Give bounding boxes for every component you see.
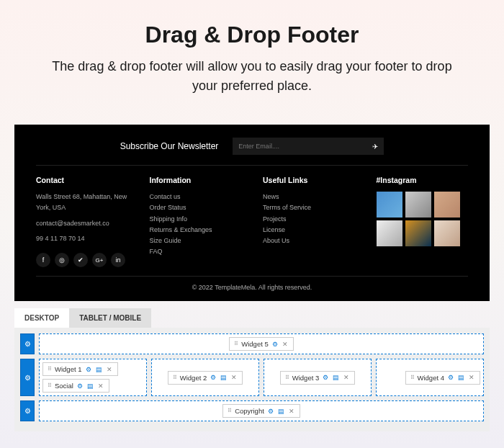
- gear-icon[interactable]: ⚙: [267, 408, 274, 415]
- instagram-title: #Instagram: [377, 176, 469, 184]
- useful-link[interactable]: About Us: [263, 236, 355, 246]
- copyright-text: © 2022 TemplateMela. All rights reserved…: [36, 276, 468, 291]
- contact-address: Walls Street 68, Mahattan, New York, USA: [36, 192, 128, 214]
- useful-link[interactable]: News: [263, 192, 355, 202]
- visibility-icon[interactable]: ▤: [277, 408, 285, 415]
- close-icon[interactable]: ✕: [288, 408, 295, 415]
- widget-4[interactable]: ⠿ Widget 4 ⚙ ▤ ✕: [405, 371, 481, 385]
- drop-cell[interactable]: ⠿ Widget 1 ⚙ ▤ ✕ ⠿ Social ⚙ ▤ ✕: [39, 359, 147, 396]
- drag-icon: ⠿: [48, 366, 52, 372]
- close-icon[interactable]: ✕: [230, 374, 238, 381]
- gear-icon[interactable]: ⚙: [76, 382, 84, 390]
- drag-icon: ⠿: [173, 375, 177, 381]
- layout-builder: DESKTOP TABLET / MOBILE ⚙ ⠿ Widget 5 ⚙ ✕…: [14, 308, 490, 431]
- newsletter-form: ✈: [233, 138, 384, 155]
- email-input[interactable]: [233, 138, 366, 154]
- paper-plane-icon: ✈: [372, 143, 378, 151]
- drag-icon: ⠿: [228, 408, 232, 414]
- row-settings-button[interactable]: ⚙: [20, 333, 35, 354]
- information-column: Information Contact us Order Status Ship…: [150, 176, 242, 267]
- send-button[interactable]: ✈: [366, 143, 384, 151]
- close-icon[interactable]: ✕: [106, 366, 113, 373]
- widget-label: Widget 4: [418, 374, 445, 382]
- drop-cell[interactable]: ⠿ Widget 5 ⚙ ✕: [39, 333, 484, 354]
- page-subtitle: The drag & drop footer will allow you to…: [50, 57, 454, 96]
- close-icon[interactable]: ✕: [343, 374, 350, 381]
- widget-2[interactable]: ⠿ Widget 2 ⚙ ▤ ✕: [168, 371, 243, 385]
- visibility-icon[interactable]: ▤: [332, 374, 340, 381]
- tab-desktop[interactable]: DESKTOP: [14, 308, 69, 328]
- tab-tablet-mobile[interactable]: TABLET / MOBILE: [69, 308, 151, 328]
- useful-link[interactable]: License: [263, 225, 355, 236]
- useful-link[interactable]: Terms of Service: [263, 202, 355, 213]
- visibility-icon[interactable]: ▤: [86, 382, 94, 390]
- contact-phone: 99 4 11 78 70 14: [36, 233, 128, 244]
- widget-5[interactable]: ⠿ Widget 5 ⚙ ✕: [229, 337, 294, 351]
- gear-icon: ⚙: [24, 407, 31, 415]
- useful-link[interactable]: Projects: [263, 214, 355, 225]
- instagram-thumb[interactable]: [434, 192, 460, 218]
- widget-label: Copyright: [235, 407, 264, 415]
- gear-icon[interactable]: ⚙: [447, 374, 454, 381]
- drag-icon: ⠿: [285, 375, 289, 381]
- drop-cell[interactable]: ⠿ Widget 4 ⚙ ▤ ✕: [376, 359, 484, 396]
- gear-icon[interactable]: ⚙: [85, 366, 92, 373]
- info-link[interactable]: Shipping Info: [150, 214, 242, 225]
- instagram-thumb[interactable]: [405, 192, 431, 218]
- visibility-icon[interactable]: ▤: [95, 366, 103, 373]
- drag-icon: ⠿: [234, 341, 238, 347]
- instagram-thumb[interactable]: [434, 220, 460, 246]
- gear-icon: ⚙: [24, 374, 31, 382]
- visibility-icon[interactable]: ▤: [220, 374, 228, 381]
- widget-social[interactable]: ⠿ Social ⚙ ▤ ✕: [42, 379, 109, 393]
- info-link[interactable]: Contact us: [150, 192, 242, 202]
- widget-1[interactable]: ⠿ Widget 1 ⚙ ▤ ✕: [42, 362, 118, 376]
- instagram-thumb[interactable]: [377, 220, 402, 246]
- contact-title: Contact: [36, 176, 128, 184]
- instagram-thumb[interactable]: [405, 220, 431, 246]
- info-link[interactable]: Order Status: [150, 202, 242, 213]
- info-link[interactable]: Size Guide: [150, 236, 242, 246]
- footer-preview: Subscribe Our Newsletter ✈ Contact Walls…: [14, 125, 490, 301]
- widget-3[interactable]: ⠿ Widget 3 ⚙ ▤ ✕: [280, 371, 356, 385]
- facebook-icon[interactable]: f: [36, 253, 50, 267]
- newsletter-label: Subscribe Our Newsletter: [120, 141, 219, 151]
- visibility-icon[interactable]: ▤: [457, 374, 465, 381]
- gear-icon[interactable]: ⚙: [210, 374, 217, 381]
- widget-label: Widget 3: [292, 374, 320, 382]
- row-settings-button[interactable]: ⚙: [20, 359, 35, 396]
- useful-links-column: Useful Links News Terms of Service Proje…: [263, 176, 355, 267]
- page-title: Drag & Drop Footer: [29, 22, 475, 48]
- drop-cell[interactable]: ⠿ Widget 2 ⚙ ▤ ✕: [151, 359, 259, 396]
- widget-label: Social: [55, 382, 73, 390]
- contact-email: contact@sadesmarket.co: [36, 218, 128, 229]
- drag-icon: ⠿: [410, 375, 415, 381]
- info-link[interactable]: Returns & Exchanges: [150, 225, 242, 236]
- useful-title: Useful Links: [263, 176, 355, 184]
- widget-label: Widget 5: [241, 340, 269, 348]
- drop-cell[interactable]: ⠿ Widget 3 ⚙ ▤ ✕: [264, 359, 372, 396]
- instagram-thumb[interactable]: [377, 192, 402, 218]
- twitter-icon[interactable]: ✔: [73, 253, 88, 267]
- close-icon[interactable]: ✕: [468, 374, 475, 381]
- contact-column: Contact Walls Street 68, Mahattan, New Y…: [36, 176, 128, 267]
- widget-label: Widget 2: [180, 374, 207, 382]
- widget-label: Widget 1: [55, 365, 82, 373]
- gear-icon: ⚙: [24, 340, 31, 348]
- close-icon[interactable]: ✕: [282, 341, 289, 348]
- gear-icon[interactable]: ⚙: [271, 341, 279, 348]
- instagram-column: #Instagram: [377, 176, 469, 267]
- info-link[interactable]: FAQ: [150, 246, 242, 257]
- instagram-icon[interactable]: ◎: [55, 253, 69, 267]
- gear-icon[interactable]: ⚙: [322, 374, 329, 381]
- drop-cell[interactable]: ⠿ Copyright ⚙ ▤ ✕: [39, 400, 484, 421]
- row-settings-button[interactable]: ⚙: [20, 400, 35, 421]
- widget-copyright[interactable]: ⠿ Copyright ⚙ ▤ ✕: [222, 404, 300, 418]
- linkedin-icon[interactable]: in: [111, 253, 125, 267]
- google-plus-icon[interactable]: G+: [92, 253, 107, 267]
- drag-icon: ⠿: [48, 382, 52, 389]
- close-icon[interactable]: ✕: [97, 382, 104, 390]
- information-title: Information: [150, 176, 242, 184]
